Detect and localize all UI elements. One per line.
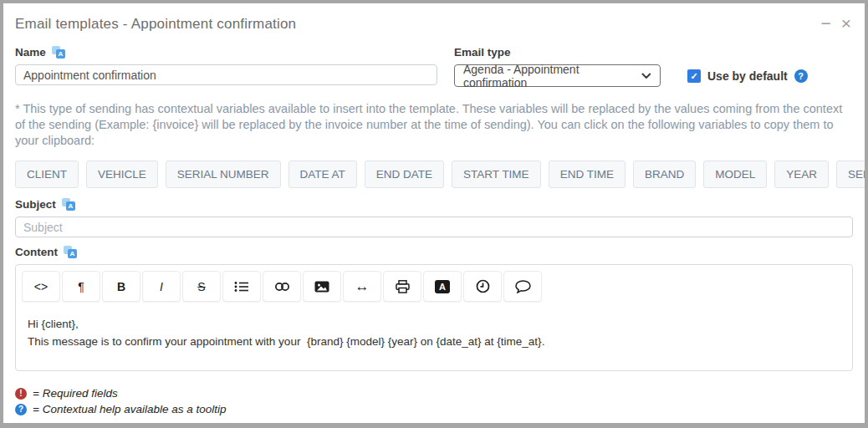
variable-button-vehicle[interactable]: VEHICLE: [86, 160, 158, 188]
subject-label: Subject: [15, 198, 56, 211]
name-label: Name: [15, 46, 46, 59]
comment-icon[interactable]: [503, 271, 542, 302]
variable-button-date-at[interactable]: DATE AT: [288, 160, 357, 188]
bold-icon[interactable]: B: [102, 271, 140, 302]
required-icon: !: [15, 388, 27, 400]
use-by-default-checkbox[interactable]: ✓: [687, 69, 701, 83]
translate-icon[interactable]: A: [52, 46, 65, 59]
variable-button-end-date[interactable]: END DATE: [365, 160, 444, 188]
subject-input[interactable]: [15, 217, 853, 237]
code-view-icon[interactable]: <>: [22, 271, 60, 302]
variable-button-start-time[interactable]: START TIME: [452, 160, 541, 188]
italic-icon[interactable]: I: [142, 271, 181, 302]
horizontal-line-icon[interactable]: ↔: [343, 271, 381, 302]
chevron-down-icon: [641, 73, 651, 79]
variable-button-brand[interactable]: BRAND: [633, 160, 696, 188]
required-legend-text: = Required fields: [33, 385, 118, 401]
image-icon[interactable]: [303, 271, 341, 302]
help-icon: ?: [15, 404, 27, 415]
translate-icon[interactable]: A: [62, 198, 75, 211]
variable-button-service[interactable]: SERVICE: [836, 160, 868, 188]
strikethrough-icon[interactable]: S: [182, 271, 221, 302]
variable-button-serial-number[interactable]: SERIAL NUMBER: [166, 160, 281, 188]
variable-button-model[interactable]: MODEL: [703, 160, 767, 188]
content-line: This message is to confirm your appointm…: [28, 333, 840, 350]
link-icon[interactable]: [263, 271, 301, 302]
contextual-variables-description: * This type of sending has contextual va…: [15, 101, 853, 149]
minimize-icon[interactable]: −: [820, 15, 830, 32]
content-line: Hi {client},: [28, 315, 840, 333]
email-type-selected-value: Agenda - Appointment confirmation: [463, 63, 641, 89]
help-legend-text: = Contextual help available as a tooltip: [33, 401, 227, 417]
variable-button-end-time[interactable]: END TIME: [549, 160, 625, 188]
dialog-titlebar: Email templates - Appointment confirmati…: [15, 3, 853, 33]
editor-toolbar: <> ¶ B I S: [16, 265, 852, 306]
content-textarea[interactable]: Hi {client}, This message is to confirm …: [16, 306, 852, 370]
variable-button-year[interactable]: YEAR: [774, 160, 829, 188]
time-icon[interactable]: [463, 271, 502, 302]
close-icon[interactable]: ×: [841, 15, 851, 32]
help-icon[interactable]: ?: [794, 69, 808, 83]
email-template-dialog: Email templates - Appointment confirmati…: [0, 0, 868, 428]
font-color-icon[interactable]: A: [423, 271, 462, 302]
email-type-label: Email type: [454, 46, 511, 59]
content-editor: <> ¶ B I S: [15, 264, 853, 371]
use-by-default-label: Use by default: [707, 69, 788, 83]
print-icon[interactable]: [383, 271, 421, 302]
dialog-title: Email templates - Appointment confirmati…: [15, 16, 296, 32]
unordered-list-icon[interactable]: [222, 271, 261, 302]
variable-button-client[interactable]: CLIENT: [15, 160, 79, 188]
email-type-select[interactable]: Agenda - Appointment confirmation: [454, 64, 661, 87]
content-label: Content: [15, 246, 58, 258]
translate-icon[interactable]: A: [64, 246, 77, 258]
name-input[interactable]: [15, 64, 437, 85]
variables-row: CLIENT VEHICLE SERIAL NUMBER DATE AT END…: [15, 160, 853, 188]
paragraph-icon[interactable]: ¶: [62, 271, 100, 302]
legend: ! = Required fields ? = Contextual help …: [15, 385, 853, 417]
